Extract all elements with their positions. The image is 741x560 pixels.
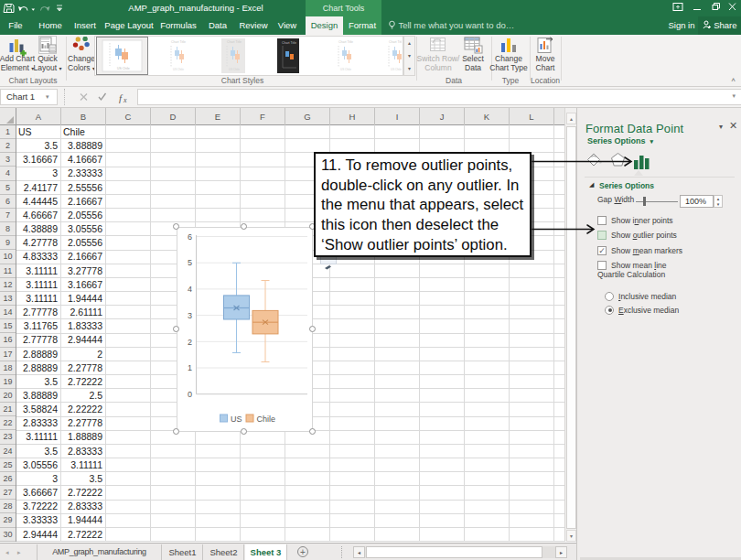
svg-text:2: 2	[188, 338, 192, 347]
svg-text:US Chile: US Chile	[229, 68, 240, 71]
svg-text:Chart Title: Chart Title	[227, 40, 242, 44]
svg-text:1: 1	[188, 363, 192, 372]
svg-text:Chart Title: Chart Title	[282, 41, 296, 45]
svg-text:6: 6	[188, 232, 192, 242]
svg-text:Chart Title: Chart Title	[171, 40, 186, 44]
svg-text:US Chile: US Chile	[340, 68, 351, 71]
svg-text:US Chile: US Chile	[173, 68, 184, 71]
svg-text:4: 4	[188, 285, 192, 294]
svg-text:Chart Title: Chart Title	[389, 40, 402, 44]
svg-text:x: x	[123, 96, 127, 103]
svg-text:Chile: Chile	[257, 415, 276, 424]
svg-text:5: 5	[188, 258, 192, 267]
svg-text:0: 0	[188, 390, 192, 399]
svg-text:US Chile: US Chile	[391, 68, 402, 71]
svg-text:US Chile: US Chile	[117, 67, 130, 70]
svg-text:Chart Title: Chart Title	[338, 40, 353, 44]
svg-text:3: 3	[188, 311, 192, 320]
svg-text:US: US	[231, 415, 242, 424]
